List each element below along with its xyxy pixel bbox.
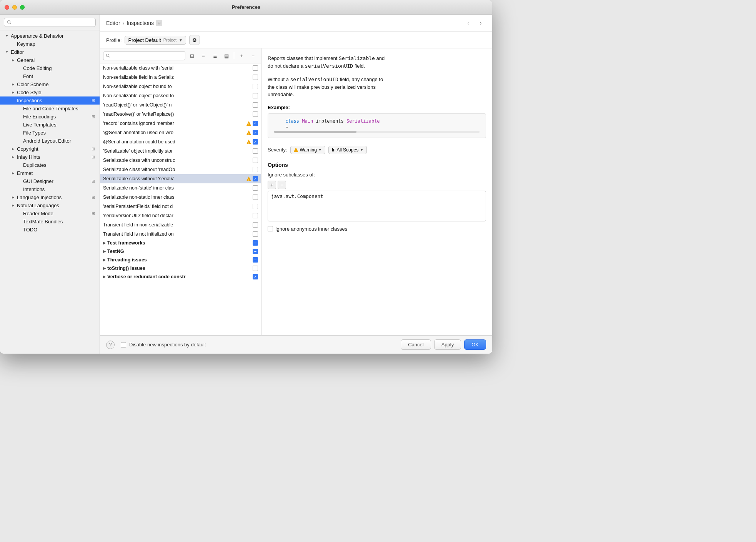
sidebar-item-language-injections[interactable]: Language Injections [0,193,100,201]
row-checkbox[interactable] [253,158,258,163]
inspection-row-selected[interactable]: Serializable class without 'serialV ! [100,174,261,183]
row-checkbox[interactable] [253,213,258,218]
maximize-button[interactable] [20,5,25,10]
inspection-row[interactable]: Non-serializable object bound to [100,82,261,91]
sidebar-item-inlay-hints[interactable]: Inlay Hints [0,153,100,161]
group-checkbox[interactable] [253,249,258,254]
inspection-row[interactable]: Serializable non-'static' inner clas [100,183,261,193]
sidebar-item-file-code-templates[interactable]: File and Code Templates [0,105,100,113]
filter-button[interactable]: ⊟ [187,51,197,61]
warning-icon: ! [246,121,251,126]
group-row-test-frameworks[interactable]: ▶ Test frameworks [100,239,261,247]
group-checkbox[interactable] [253,240,258,246]
minimize-button[interactable] [12,5,17,10]
sidebar-item-duplicates[interactable]: Duplicates [0,161,100,169]
sidebar-item-appearance[interactable]: Appearance & Behavior [0,32,100,40]
inspection-row[interactable]: Serializable non-static inner class [100,193,261,202]
row-checkbox[interactable] [253,84,258,89]
row-checkbox[interactable] [253,176,258,181]
sidebar-item-gui-designer[interactable]: GUI Designer [0,177,100,185]
sidebar-item-android-layout-editor[interactable]: Android Layout Editor [0,137,100,145]
row-checkbox[interactable] [253,111,258,117]
remove-button[interactable]: － [248,51,258,61]
sidebar-item-emmet[interactable]: Emmet [0,169,100,177]
sidebar-item-reader-mode[interactable]: Reader Mode [0,209,100,218]
row-checkbox[interactable] [253,65,258,71]
sidebar-item-code-editing[interactable]: Code Editing [0,64,100,72]
close-button[interactable] [5,5,9,10]
inspection-row[interactable]: Serializable class with unconstruc [100,156,261,165]
ignore-anonymous-checkbox[interactable] [268,226,273,231]
sidebar-item-code-style[interactable]: Code Style [0,88,100,96]
inspection-row[interactable]: Non-serializable class with 'serial [100,63,261,73]
disable-inspections-checkbox[interactable] [121,342,126,347]
add-subclass-button[interactable]: + [268,181,276,189]
row-checkbox[interactable] [253,231,258,237]
apply-button[interactable]: Apply [434,339,461,350]
row-checkbox[interactable] [253,222,258,228]
sidebar-item-natural-languages[interactable]: Natural Languages [0,201,100,209]
sidebar-item-general[interactable]: General [0,56,100,64]
sidebar-item-inspections[interactable]: Inspections [0,96,100,105]
gear-button[interactable]: ⚙ [189,35,200,45]
inspection-row[interactable]: 'readObject()' or 'writeObject()' n [100,100,261,110]
group-row-threading[interactable]: ▶ Threading issues [100,256,261,264]
row-checkbox[interactable] [253,139,258,145]
sidebar-item-font[interactable]: Font [0,72,100,80]
scope-dropdown[interactable]: In All Scopes ▼ [328,146,367,154]
sidebar-item-color-scheme[interactable]: Color Scheme [0,80,100,88]
sidebar-item-copyright[interactable]: Copyright [0,145,100,153]
expand-all-button[interactable]: ≡ [198,51,208,61]
inspection-row[interactable]: Transient field is not initialized on [100,229,261,239]
inspection-row[interactable]: Serializable class without 'readOb [100,165,261,174]
inspection-row[interactable]: @Serial annotation could be used ! [100,137,261,146]
sidebar-search-input[interactable] [4,18,96,27]
inspection-search-input[interactable] [103,51,185,60]
sidebar-item-intentions[interactable]: Intentions [0,185,100,193]
inspection-row[interactable]: Non-serializable object passed to [100,91,261,100]
row-checkbox[interactable] [253,93,258,98]
inspection-row[interactable]: 'readResolve()' or 'writeReplace() [100,110,261,119]
sidebar-item-live-templates[interactable]: Live Templates [0,121,100,129]
sidebar-item-keymap[interactable]: Keymap [0,40,100,48]
inspection-row[interactable]: 'serialPersistentFields' field not d [100,202,261,211]
sidebar-item-todo[interactable]: TODO [0,226,100,234]
row-checkbox[interactable] [253,167,258,172]
cancel-button[interactable]: Cancel [401,339,431,350]
row-checkbox[interactable] [253,195,258,200]
group-row-testng[interactable]: ▶ TestNG [100,247,261,256]
group-checkbox[interactable] [253,266,258,271]
row-checkbox[interactable] [253,130,258,135]
remove-subclass-button[interactable]: − [278,181,286,189]
settings-icon[interactable]: ⊞ [156,20,162,26]
row-checkbox[interactable] [253,102,258,108]
row-checkbox[interactable] [253,204,258,209]
add-button[interactable]: ＋ [236,51,246,61]
help-button[interactable]: ? [106,341,115,349]
profile-dropdown[interactable]: Project Default Project ▼ [125,36,186,45]
group-row-tostring[interactable]: ▶ toString() issues [100,264,261,273]
inspection-row[interactable]: Transient field in non-serializable [100,220,261,229]
nav-forward-button[interactable]: › [475,18,486,28]
group-checkbox[interactable] [253,274,258,279]
group-button[interactable]: ▤ [221,51,231,61]
row-checkbox[interactable] [253,148,258,154]
ok-button[interactable]: OK [464,339,486,350]
row-checkbox[interactable] [253,185,258,191]
collapse-all-button[interactable]: ≣ [210,51,220,61]
inspection-row[interactable]: 'Serializable' object implicitly stor [100,146,261,156]
sidebar-item-file-types[interactable]: File Types [0,129,100,137]
inspection-row[interactable]: Non-serializable field in a Serializ [100,73,261,82]
sidebar-item-file-encodings[interactable]: File Encodings [0,113,100,121]
group-row-verbose[interactable]: ▶ Verbose or redundant code constr [100,273,261,281]
sidebar-item-textmate-bundles[interactable]: TextMate Bundles [0,218,100,226]
inspection-row[interactable]: 'record' contains ignored member ! [100,119,261,128]
row-checkbox[interactable] [253,121,258,126]
nav-back-button[interactable]: ‹ [463,18,474,28]
group-checkbox[interactable] [253,257,258,263]
severity-dropdown[interactable]: Warning ▼ [290,146,325,154]
inspection-row[interactable]: '@Serial' annotation used on wro ! [100,128,261,137]
inspection-row[interactable]: 'serialVersionUID' field not declar [100,211,261,220]
row-checkbox[interactable] [253,75,258,80]
sidebar-item-editor[interactable]: Editor [0,48,100,56]
